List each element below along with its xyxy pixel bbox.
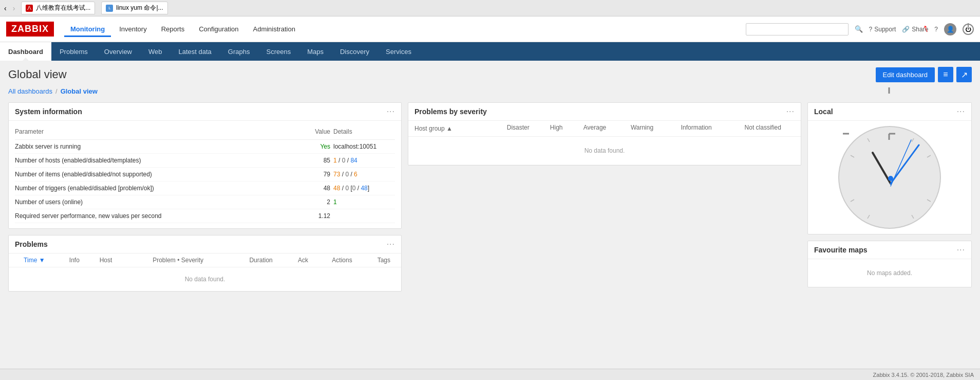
row5-value: 2	[308, 195, 333, 209]
row1-value: Yes	[308, 140, 333, 154]
col-details: Details	[333, 126, 395, 140]
second-navigation: Dashboard Problems Overview Web Latest d…	[0, 42, 980, 61]
problems-widget: Problems ··· Time ▼ Info Host Problem • …	[8, 235, 402, 292]
system-info-menu-btn[interactable]: ···	[387, 107, 395, 116]
forward-btn[interactable]: ›	[13, 4, 15, 12]
col-time[interactable]: Time ▼	[9, 254, 60, 267]
table-row: Number of triggers (enabled/disabled [pr…	[15, 182, 395, 195]
page-content: Global view Edit dashboard ≡ ↗ All dashb…	[0, 61, 980, 298]
row2-value: 85	[308, 154, 333, 168]
svg-line-1	[927, 155, 931, 157]
problems-menu-btn[interactable]: ···	[387, 240, 395, 249]
clock-menu-btn[interactable]: ···	[957, 107, 965, 116]
row3-value: 79	[308, 168, 333, 182]
nav-latest-data[interactable]: Latest data	[171, 42, 220, 61]
col-high: High	[543, 121, 573, 137]
table-row: Required server performance, new values …	[15, 209, 395, 223]
col-information: Information	[668, 121, 729, 137]
col-parameter: Parameter	[15, 126, 308, 140]
severity-menu-btn[interactable]: ···	[786, 107, 795, 116]
table-row: Number of hosts (enabled/disabled/templa…	[15, 154, 395, 168]
nav-discovery[interactable]: Discovery	[332, 42, 378, 61]
edit-dashboard-button[interactable]: Edit dashboard	[876, 67, 935, 82]
middle-filler	[408, 172, 801, 292]
nav-administration[interactable]: Administration	[247, 22, 301, 36]
svg-line-3	[912, 215, 914, 219]
severity-title: Problems by severity	[414, 107, 487, 116]
fullscreen-button[interactable]: ↗	[956, 67, 972, 82]
nav-configuration[interactable]: Configuration	[193, 22, 244, 36]
col-warning: Warning	[620, 121, 668, 137]
breadcrumb-parent[interactable]: All dashboards	[8, 87, 52, 95]
svg-line-5	[851, 200, 854, 202]
support-label: Support	[874, 26, 896, 33]
power-icon[interactable]: ⏻	[963, 24, 974, 35]
svg-line-10	[891, 140, 911, 186]
browser-tab-2[interactable]: L linux yum 命令|...	[101, 2, 167, 14]
col-value: Value	[308, 126, 333, 140]
top-nav-right: 🔍 ? Support 🔗 Share ? 👤 ⏻	[746, 23, 974, 35]
zabbix-logo: ZABBIX	[6, 22, 54, 37]
fav-maps-header: Favourite maps ···	[808, 241, 971, 259]
nav-screens[interactable]: Screens	[258, 42, 299, 61]
local-clock-widget: Local ···	[807, 102, 972, 234]
system-info-header: System information ···	[9, 103, 401, 121]
svg-line-9	[891, 145, 919, 184]
row3-param: Number of items (enabled/disabled/not su…	[15, 168, 308, 182]
page-header-actions: Edit dashboard ≡ ↗	[876, 67, 972, 82]
nav-inventory[interactable]: Inventory	[113, 22, 153, 36]
clock-body	[808, 121, 971, 234]
search-icon[interactable]: 🔍	[855, 25, 863, 33]
back-btn[interactable]: ‹	[4, 4, 7, 12]
nav-graphs[interactable]: Graphs	[220, 42, 258, 61]
page-title: Global view	[8, 68, 67, 81]
breadcrumb: All dashboards / Global view	[8, 87, 972, 95]
left-column: System information ··· Parameter Value D…	[8, 102, 402, 292]
problems-by-severity-widget: Problems by severity ··· Host group ▲ Di…	[408, 102, 801, 166]
row6-param: Required server performance, new values …	[15, 209, 308, 223]
nav-services[interactable]: Services	[378, 42, 420, 61]
nav-monitoring[interactable]: Monitoring	[64, 22, 111, 36]
problems-title: Problems	[15, 240, 48, 248]
user-icon[interactable]: 👤	[944, 23, 956, 35]
row4-details: 48 / 0 [0 / 48]	[333, 182, 395, 195]
problems-no-data: No data found.	[9, 267, 401, 292]
support-button[interactable]: ? Support	[869, 26, 896, 33]
tab1-icon: 八	[26, 5, 33, 12]
search-input[interactable]	[746, 23, 849, 35]
row3-details: 73 / 0 / 6	[333, 168, 395, 182]
col-not-classified: Not classified	[729, 121, 801, 137]
clock-face	[838, 126, 941, 229]
svg-line-7	[868, 138, 870, 142]
table-row: Number of items (enabled/disabled/not su…	[15, 168, 395, 182]
clock-title: Local	[814, 107, 833, 116]
fav-maps-menu-btn[interactable]: ···	[957, 245, 965, 255]
col-host: Host	[89, 254, 123, 267]
system-info-table: Parameter Value Details Zabbix server is…	[15, 126, 395, 223]
nav-maps[interactable]: Maps	[299, 42, 332, 61]
problems-header: Problems ···	[9, 236, 401, 254]
nav-problems[interactable]: Problems	[51, 42, 96, 61]
col-duration: Duration	[233, 254, 289, 267]
svg-point-11	[888, 176, 893, 181]
col-hostgroup[interactable]: Host group ▲	[408, 121, 497, 137]
svg-line-6	[851, 155, 854, 157]
share-button[interactable]: 🔗 Share	[902, 26, 928, 33]
problems-body: Time ▼ Info Host Problem • Severity Dura…	[9, 254, 401, 291]
nav-overview[interactable]: Overview	[96, 42, 140, 61]
row4-param: Number of triggers (enabled/disabled [pr…	[15, 182, 308, 195]
table-row: No data found.	[408, 137, 801, 165]
fav-maps-body: No maps added.	[808, 259, 971, 287]
help-button[interactable]: ?	[934, 26, 938, 33]
dashboard-menu-button[interactable]: ≡	[938, 67, 953, 82]
nav-web[interactable]: Web	[140, 42, 171, 61]
browser-bar: ‹ › 八 八维教育在线考试... L linux yum 命令|...	[0, 0, 980, 16]
browser-tab-1[interactable]: 八 八维教育在线考试...	[21, 2, 95, 14]
nav-dashboard[interactable]: Dashboard	[0, 42, 51, 61]
table-row: Zabbix server is running Yes localhost:1…	[15, 140, 395, 154]
fav-maps-title: Favourite maps	[814, 246, 867, 254]
nav-reports[interactable]: Reports	[155, 22, 191, 36]
col-tags: Tags	[367, 254, 401, 267]
row4-value: 48	[308, 182, 333, 195]
breadcrumb-current: Global view	[61, 87, 98, 95]
